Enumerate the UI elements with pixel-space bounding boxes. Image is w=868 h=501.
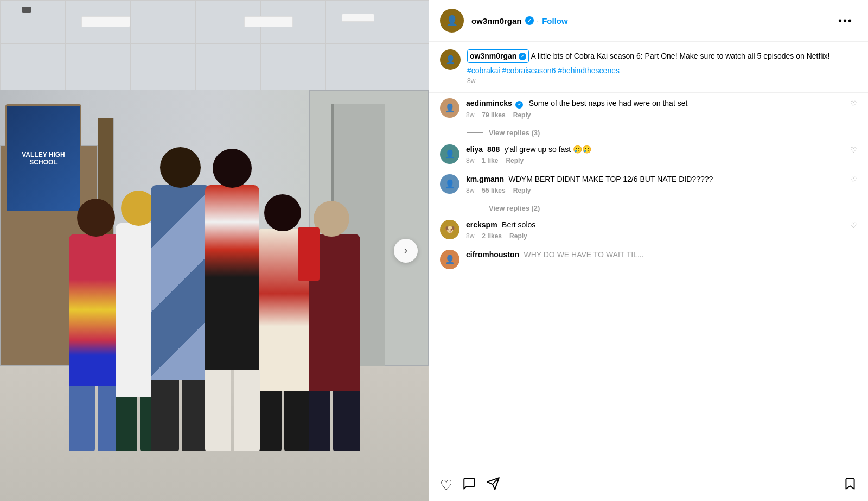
comment-body: eliya_808 y'all grew up so fast 🥲🥲 8w 1 … [466, 144, 844, 164]
comment-avatar-img: 👤 [440, 98, 459, 118]
caption-text: A little bts of Cobra Kai season 6: Part… [531, 52, 829, 60]
action-icons-left: ♡ [440, 477, 500, 494]
caption-avatar-initial: 👤 [440, 49, 461, 70]
comment-reply-button[interactable]: Reply [513, 187, 531, 194]
replies-line [467, 208, 483, 208]
header-avatar-initial: 👤 [440, 9, 464, 33]
comments-section: 👤 aedinmincks ✓ Some of the best naps iv… [429, 93, 868, 470]
caption-area: 👤 ow3nm0rgan ✓ A little bts of Cobra Kai… [429, 42, 868, 93]
comment-meta: 8w 1 like Reply [466, 157, 844, 164]
comment-username[interactable]: eliya_808 [466, 145, 500, 154]
comment-likes: 2 likes [482, 232, 502, 240]
follow-button[interactable]: Follow [542, 16, 568, 26]
comment-username[interactable]: erckspm [466, 220, 497, 229]
comment-reply-button[interactable]: Reply [506, 157, 524, 164]
header-user-info: ow3nm0rgan ✓ · Follow [471, 16, 834, 26]
view-replies-1[interactable]: View replies (3) [467, 129, 857, 137]
comment-avatar[interactable]: 👤 [440, 250, 459, 269]
comment-text: WHY DO WE HAVE TO WAIT TIL... [524, 250, 643, 263]
caption-avatar[interactable]: 👤 [440, 49, 461, 70]
comment-meta: 8w 2 likes Reply [466, 232, 844, 240]
comment-body: km.gmann WDYM BERT DIDNT MAKE TOP 12/6 B… [466, 174, 844, 194]
header-username[interactable]: ow3nm0rgan [471, 16, 522, 26]
comment-like-icon[interactable]: ♡ [850, 99, 857, 108]
comment-text: y'all grew up so fast 🥲🥲 [505, 145, 591, 154]
comment-text: WDYM BERT DIDNT MAKE TOP 12/6 BUT NATE D… [508, 175, 713, 183]
comment-avatar-img: 🐶 [440, 220, 459, 239]
like-button[interactable]: ♡ [440, 477, 452, 494]
replies-line [467, 132, 483, 133]
comment-username[interactable]: cifromhouston [466, 250, 519, 259]
share-button[interactable] [486, 477, 500, 494]
comment-likes: 1 like [482, 157, 498, 164]
caption-username[interactable]: ow3nm0rgan ✓ [467, 49, 529, 63]
comment-reply-button[interactable]: Reply [509, 232, 527, 240]
view-replies-2[interactable]: View replies (2) [467, 204, 857, 212]
comment-time: 8w [466, 157, 474, 164]
comment-like-icon[interactable]: ♡ [850, 175, 857, 184]
post-image-panel: VALLEY HIGH SCHOOL [0, 0, 429, 501]
caption-hashtags[interactable]: #cobrakai #cobraiseason6 #behindthescene… [467, 66, 829, 75]
post-content-panel: 👤 ow3nm0rgan ✓ · Follow ••• 👤 ow3nm0rgan… [429, 0, 868, 501]
comment-item: 👤 km.gmann WDYM BERT DIDNT MAKE TOP 12/6… [440, 174, 857, 194]
comment-body: aedinmincks ✓ Some of the best naps ive … [466, 98, 844, 119]
comment-item: 👤 eliya_808 y'all grew up so fast 🥲🥲 8w … [440, 144, 857, 164]
comment-reply-button[interactable]: Reply [513, 111, 531, 119]
comment-item: 🐶 erckspm Bert solos 8w 2 likes Reply ♡ [440, 220, 857, 240]
action-bar: ♡ [429, 470, 868, 501]
comment-text: Bert solos [502, 220, 535, 229]
dot-separator: · [537, 17, 539, 25]
comment-body: cifromhouston WHY DO WE HAVE TO WAIT TIL… [466, 250, 857, 259]
header-verified-badge: ✓ [525, 16, 534, 25]
comment-verified: ✓ [515, 101, 523, 109]
caption-verified: ✓ [519, 53, 526, 60]
comment-avatar[interactable]: 🐶 [440, 220, 459, 239]
comment-like-icon[interactable]: ♡ [850, 145, 857, 154]
next-image-button[interactable]: › [394, 239, 418, 263]
comment-like-icon[interactable]: ♡ [850, 221, 857, 230]
comment-avatar-img: 👤 [440, 174, 459, 194]
view-replies-text[interactable]: View replies (2) [489, 204, 540, 212]
caption-content: ow3nm0rgan ✓ A little bts of Cobra Kai s… [467, 49, 829, 63]
post-header: 👤 ow3nm0rgan ✓ · Follow ••• [429, 0, 868, 42]
comment-likes: 55 likes [482, 187, 505, 194]
view-replies-text[interactable]: View replies (3) [489, 129, 540, 137]
comment-time: 8w [466, 232, 474, 240]
more-options-button[interactable]: ••• [834, 12, 857, 29]
comment-likes: 79 likes [482, 111, 505, 119]
comment-avatar-img: 👤 [440, 250, 459, 269]
comment-time: 8w [466, 187, 474, 194]
comment-avatar[interactable]: 👤 [440, 98, 459, 118]
comment-item: 👤 aedinmincks ✓ Some of the best naps iv… [440, 98, 857, 119]
comment-meta: 8w 79 likes Reply [466, 111, 844, 119]
caption-timestamp: 8w [467, 77, 829, 85]
comment-meta: 8w 55 likes Reply [466, 187, 844, 194]
comment-username[interactable]: aedinmincks [466, 99, 512, 107]
comment-item: 👤 cifromhouston WHY DO WE HAVE TO WAIT T… [440, 250, 857, 269]
comment-body: erckspm Bert solos 8w 2 likes Reply [466, 220, 844, 240]
comment-text: Some of the best naps ive had were on th… [529, 99, 688, 107]
comment-time: 8w [466, 111, 474, 119]
comment-avatar[interactable]: 👤 [440, 174, 459, 194]
comment-button[interactable] [462, 477, 476, 494]
comment-avatar[interactable]: 👤 [440, 144, 459, 164]
comment-username[interactable]: km.gmann [466, 175, 504, 183]
comment-avatar-img: 👤 [440, 144, 459, 164]
header-avatar[interactable]: 👤 [440, 9, 464, 33]
bookmark-button[interactable] [843, 477, 857, 494]
